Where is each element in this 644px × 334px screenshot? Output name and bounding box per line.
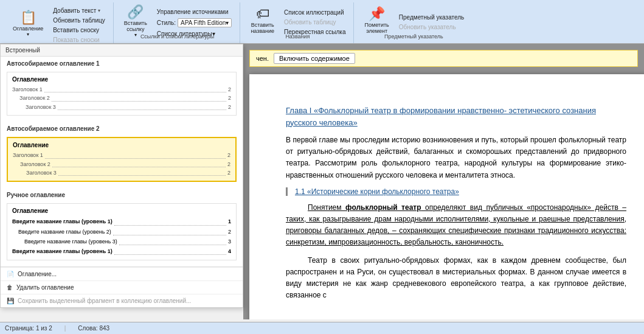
ribbon-group-toc: 📋 Оглавление ▾ Добавить текст ▾ Обновить… bbox=[4, 2, 114, 43]
dots bbox=[45, 158, 226, 159]
toc2-row-2: Заголовок 3 2 bbox=[13, 169, 230, 177]
subject-index-button[interactable]: Предметный указатель bbox=[396, 13, 467, 22]
toc-dropdown[interactable]: Встроенный Автособираемое оглавление 1 О… bbox=[0, 44, 243, 308]
dots bbox=[114, 246, 226, 255]
manual-toc-row-1: Введите название главы (уровень 2) 2 bbox=[12, 227, 231, 237]
enable-content-button[interactable]: Включить содержимое bbox=[274, 53, 355, 64]
add-text-button[interactable]: Добавить текст ▾ bbox=[50, 6, 108, 15]
toc2-row-0: Заголовок 1 2 bbox=[13, 151, 230, 159]
manual-toc-section: Ручное оглавление Оглавление Введите наз… bbox=[1, 188, 243, 266]
doc-page: Глава I «Фольклорный театр в формировани… bbox=[249, 74, 644, 319]
insert-snoska-button[interactable]: Вставить сноску bbox=[50, 26, 108, 35]
names-small-btns: Список иллюстраций Обновить таблицу Пере… bbox=[281, 5, 348, 37]
para2-text: Понятием фольклорный театр определяют ви… bbox=[286, 203, 626, 247]
style-value-selector[interactable]: APA Fifth Edition▾ bbox=[178, 18, 232, 27]
section-quote: 1.1 «Исторические корни фольклорного теа… bbox=[286, 187, 626, 196]
builtin-section-header: Встроенный bbox=[1, 44, 243, 57]
manage-sources-label: Управление источниками bbox=[157, 9, 229, 15]
chapter-title: Глава I «Фольклорный театр в формировани… bbox=[286, 105, 626, 128]
document-area[interactable]: чен. Включить содержимое Глава I «Фолькл… bbox=[243, 44, 644, 319]
update-table-button[interactable]: Обновить таблицу bbox=[50, 16, 108, 25]
show-snoski-button[interactable]: Показать сноски bbox=[50, 35, 108, 44]
toc1-row1-page: 2 bbox=[228, 94, 231, 102]
manual-toc-row-3: Введите название главы (уровень 1) 4 bbox=[12, 246, 231, 256]
mark-elem-button[interactable]: 📌 Пометитьэлемент bbox=[360, 5, 393, 37]
toc1-row-1: Заголовок 2 2 bbox=[12, 94, 231, 102]
update-index-label: Обновить указатель bbox=[399, 24, 456, 30]
link-icon: 🔗 bbox=[127, 5, 144, 19]
toc2-row0-page: 2 bbox=[227, 151, 230, 159]
manual-row1-label: Введите название главы (уровень 2) bbox=[18, 227, 111, 237]
dots bbox=[58, 110, 226, 110]
manual-row0-page: 1 bbox=[228, 217, 231, 226]
toc1-row1-label: Заголовок 2 bbox=[19, 94, 50, 102]
toc-dialog-button[interactable]: 📄 Оглавление... bbox=[1, 267, 243, 280]
manual-row3-page: 4 bbox=[228, 246, 231, 256]
main-area: Встроенный Автособираемое оглавление 1 О… bbox=[0, 44, 644, 319]
subject-index-label: Предметный указатель bbox=[399, 14, 464, 21]
manual-row1-page: 2 bbox=[228, 227, 231, 237]
ribbon-group-names: 🏷 Вставитьназвание Список иллюстраций Об… bbox=[241, 2, 354, 43]
dots bbox=[52, 167, 226, 167]
update-table-label: Обновить таблицу bbox=[53, 17, 105, 24]
auto-toc2-label: Автособираемое оглавление 2 bbox=[1, 124, 243, 133]
insert-snoska-label: Вставить сноску bbox=[53, 27, 99, 33]
update-table2-label: Обновить таблицу bbox=[284, 19, 336, 26]
insert-link-label: Вставитьссылку bbox=[124, 20, 147, 32]
manual-row2-label: Введите название главы (уровень 3) bbox=[24, 237, 117, 246]
dots bbox=[58, 175, 226, 176]
delete-toc-button[interactable]: 🗑 Удалить оглавление bbox=[1, 280, 243, 294]
style-selector[interactable]: Стиль: APA Fifth Edition▾ bbox=[154, 17, 235, 29]
ribbon: 📋 Оглавление ▾ Добавить текст ▾ Обновить… bbox=[0, 0, 644, 44]
mark-icon: 📌 bbox=[369, 7, 385, 21]
links-group-label: Ссылки и списки литературы bbox=[140, 33, 214, 40]
toc1-title: Оглавление bbox=[12, 76, 231, 83]
ribbon-group-index: 📌 Пометитьэлемент Предметный указатель О… bbox=[355, 2, 472, 43]
manual-toc-row-2: Введите название главы (уровень 3) 3 bbox=[12, 237, 231, 246]
toc1-row0-page: 2 bbox=[228, 85, 231, 94]
dots bbox=[52, 101, 226, 102]
dots bbox=[114, 217, 226, 225]
insert-link-button[interactable]: 🔗 Вставитьссылку ▾ bbox=[120, 6, 151, 38]
insert-name-button[interactable]: 🏷 Вставитьназвание bbox=[246, 5, 279, 37]
toc2-row2-label: Заголовок 3 bbox=[26, 169, 57, 177]
toc2-row-1: Заголовок 2 2 bbox=[13, 160, 230, 169]
mark-elem-label: Пометитьэлемент bbox=[364, 22, 389, 34]
update-index-button[interactable]: Обновить указатель bbox=[396, 23, 467, 32]
toc2-title: Оглавление bbox=[13, 142, 230, 148]
illus-list-button[interactable]: Список иллюстраций bbox=[281, 8, 348, 17]
index-group-label: Предметный указатель bbox=[384, 33, 443, 40]
toc-dialog-label: Оглавление... bbox=[18, 271, 57, 277]
save-toc-icon: 💾 bbox=[7, 297, 14, 304]
auto-toc1-section: Автособираемое оглавление 1 Оглавление З… bbox=[1, 57, 243, 122]
update-table2-button[interactable]: Обновить таблицу bbox=[281, 18, 348, 27]
toc-preview-1[interactable]: Оглавление Заголовок 1 2 Заголовок 2 2 З… bbox=[7, 72, 237, 116]
toc-button[interactable]: 📋 Оглавление ▾ bbox=[9, 9, 47, 40]
arrow-icon2: ▾ bbox=[134, 32, 137, 38]
toc-preview-2-selected[interactable]: Оглавление Заголовок 1 2 Заголовок 2 2 З… bbox=[7, 137, 237, 182]
illus-list-label: Список иллюстраций bbox=[284, 9, 344, 16]
dots bbox=[119, 237, 226, 245]
toc-btn-label: Оглавление bbox=[13, 26, 43, 32]
manage-sources-button[interactable]: Управление источниками bbox=[154, 7, 235, 16]
toc1-row2-page: 2 bbox=[228, 103, 231, 111]
style-value: APA Fifth Edition▾ bbox=[181, 19, 229, 26]
para2-underline: Понятием фольклорный театр определяют ви… bbox=[286, 203, 626, 247]
manual-row3-label: Введите название главы (уровень 1) bbox=[12, 246, 113, 256]
chevron-down-icon: ▾ bbox=[27, 32, 29, 37]
toc1-row0-label: Заголовок 1 bbox=[12, 85, 43, 94]
toc-small-btns: Добавить текст ▾ Обновить таблицу Встави… bbox=[50, 4, 108, 44]
paragraph-1: В первой главе мы проследим историю возн… bbox=[286, 134, 626, 181]
builtin-label: Встроенный bbox=[5, 47, 40, 54]
add-text-label: Добавить текст bbox=[53, 7, 96, 14]
dots bbox=[113, 227, 226, 235]
toc2-row0-label: Заголовок 1 bbox=[13, 151, 43, 159]
insert-name-label: Вставитьназвание bbox=[251, 22, 274, 34]
notice-bar: чен. Включить содержимое bbox=[249, 50, 638, 67]
save-toc-button: 💾 Сохранить выделенный фрагмент в коллек… bbox=[1, 294, 243, 307]
auto-toc1-label: Автособираемое оглавление 1 bbox=[1, 59, 243, 68]
manual-toc-preview[interactable]: Оглавление Введите название главы (урове… bbox=[7, 203, 237, 260]
toc1-row-0: Заголовок 1 2 bbox=[12, 85, 231, 94]
show-snoski-label: Показать сноски bbox=[53, 37, 99, 43]
name-icon: 🏷 bbox=[256, 7, 269, 21]
